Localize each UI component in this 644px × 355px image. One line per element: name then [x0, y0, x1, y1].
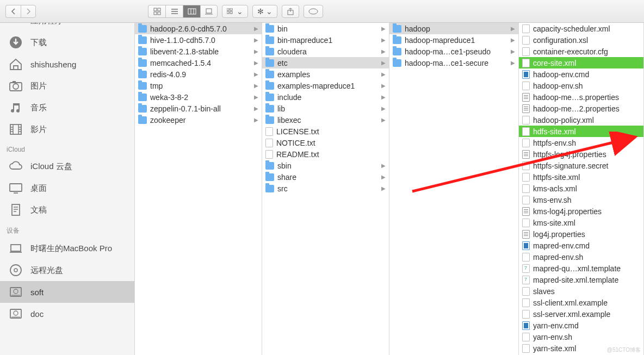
sidebar-item[interactable]: 桌面	[0, 177, 134, 199]
list-item[interactable]: bin▶	[262, 23, 389, 34]
list-item[interactable]: hadoop▶	[389, 23, 518, 34]
list-item[interactable]: hdfs-site.xml	[519, 126, 643, 137]
list-item[interactable]: include▶	[262, 91, 389, 103]
column-3[interactable]: hadoop▶hadoop-mapreduce1▶hadoop-ma…ce1-p…	[389, 23, 519, 355]
list-item[interactable]: kms-acls.xml	[519, 183, 643, 194]
list-item[interactable]: cloudera▶	[262, 46, 389, 57]
svg-rect-6	[227, 8, 229, 10]
list-item[interactable]: ssl-client.xml.example	[519, 297, 643, 308]
back-button[interactable]	[5, 5, 21, 18]
list-item[interactable]: hadoop-env.sh	[519, 80, 643, 91]
list-item[interactable]: mapred-env.cmd	[519, 240, 643, 251]
watermark: @51CTO博客	[607, 346, 641, 354]
list-item[interactable]: hadoop-env.cmd	[519, 68, 643, 80]
list-item[interactable]: hadoop-policy.xml	[519, 114, 643, 126]
sidebar-item[interactable]: shishusheng	[0, 53, 134, 75]
list-item[interactable]: mapred-site.xml.template	[519, 274, 643, 285]
list-item[interactable]: mapred-qu…xml.template	[519, 263, 643, 274]
list-item[interactable]: NOTICE.txt	[262, 137, 389, 148]
share-button[interactable]	[282, 5, 299, 18]
list-item[interactable]: hadoop-ma…ce1-secure▶	[389, 57, 518, 68]
list-item[interactable]: mapred-env.sh	[519, 251, 643, 263]
list-item[interactable]: memcached-1.5.4▶	[135, 57, 262, 68]
list-item[interactable]: tmp▶	[135, 80, 262, 91]
svg-rect-5	[206, 9, 212, 13]
list-item[interactable]: hadoop-2.6.0-cdh5.7.0▶	[135, 23, 262, 34]
list-item[interactable]: examples-mapreduce1▶	[262, 80, 389, 91]
sidebar-item[interactable]: doc	[0, 303, 134, 325]
list-item[interactable]: zeppelin-0.7.1-bin-all▶	[135, 103, 262, 114]
list-item[interactable]: hadoop-ma…ce1-pseudo▶	[389, 46, 518, 57]
list-item[interactable]: slaves	[519, 285, 643, 297]
sidebar-item[interactable]: 图片	[0, 75, 134, 97]
list-item[interactable]: bin-mapreduce1▶	[262, 34, 389, 46]
list-item[interactable]: httpfs-site.xml	[519, 171, 643, 183]
list-item[interactable]: httpfs-log4j.properties	[519, 148, 643, 160]
forward-button[interactable]	[21, 5, 36, 18]
sidebar-item-label: 音乐	[30, 103, 47, 113]
item-label: httpfs-site.xml	[533, 173, 640, 182]
chevron-right-icon: ▶	[511, 60, 515, 66]
list-item[interactable]: zookeeper▶	[135, 114, 262, 126]
list-item[interactable]: hadoop-me…2.properties	[519, 103, 643, 114]
list-item[interactable]: hadoop-mapreduce1▶	[389, 34, 518, 46]
tags-button[interactable]	[304, 5, 323, 18]
sidebar-item[interactable]: 文稿	[0, 199, 134, 221]
view-icons-button[interactable]	[148, 5, 165, 18]
sidebar-item[interactable]: 音乐	[0, 97, 134, 119]
column-4[interactable]: capacity-scheduler.xmlconfiguration.xslc…	[519, 23, 644, 355]
list-item[interactable]: yarn-env.sh	[519, 331, 643, 342]
sidebar-item[interactable]: 应用程序	[0, 23, 134, 32]
list-item[interactable]: README.txt	[262, 148, 389, 160]
sidebar-item[interactable]: 下载	[0, 32, 134, 53]
list-item[interactable]: configuration.xsl	[519, 34, 643, 46]
list-item[interactable]: httpfs-env.sh	[519, 137, 643, 148]
sidebar-item[interactable]: iCloud 云盘	[0, 155, 134, 177]
list-item[interactable]: sbin▶	[262, 160, 389, 171]
sidebar-item[interactable]: 时曙生的MacBook Pro	[0, 238, 134, 259]
list-item[interactable]: lib▶	[262, 103, 389, 114]
list-item[interactable]: httpfs-signature.secret	[519, 160, 643, 171]
file-icon	[522, 70, 530, 79]
list-item[interactable]: hadoop-me…s.properties	[519, 91, 643, 103]
file-icon	[522, 36, 530, 45]
list-item[interactable]: capacity-scheduler.xml	[519, 23, 643, 34]
list-item[interactable]: etc▶	[262, 57, 389, 68]
list-item[interactable]: kms-log4j.properties	[519, 205, 643, 217]
list-item[interactable]: src▶	[262, 183, 389, 194]
folder-icon	[138, 59, 147, 67]
view-gallery-button[interactable]	[200, 5, 218, 18]
column-2[interactable]: bin▶bin-mapreduce1▶cloudera▶etc▶examples…	[262, 23, 389, 355]
sidebar-item[interactable]: 影片	[0, 119, 134, 140]
sidebar-item[interactable]: soft	[0, 281, 134, 303]
list-item[interactable]: LICENSE.txt	[262, 126, 389, 137]
action-menu[interactable]: ✻⌄	[252, 5, 277, 18]
list-item[interactable]: weka-3-8-2▶	[135, 91, 262, 103]
list-item[interactable]: share▶	[262, 171, 389, 183]
view-list-button[interactable]	[165, 5, 183, 18]
sidebar-section-icloud: iCloud	[0, 140, 134, 155]
list-item[interactable]: redis-4.0.9▶	[135, 68, 262, 80]
list-item[interactable]: kms-site.xml	[519, 217, 643, 228]
sidebar-item[interactable]: 远程光盘	[0, 259, 134, 281]
list-item[interactable]: yarn-env.cmd	[519, 320, 643, 331]
item-label: examples	[277, 70, 378, 79]
list-item[interactable]: core-site.xml	[519, 57, 643, 68]
item-label: yarn-env.cmd	[533, 321, 640, 330]
list-item[interactable]: ssl-server.xml.example	[519, 308, 643, 320]
list-item[interactable]: libevent-2.1.8-stable▶	[135, 46, 262, 57]
sidebar-item-label: soft	[30, 288, 44, 297]
file-icon	[522, 24, 530, 33]
folder-icon	[138, 25, 147, 33]
arrange-menu[interactable]: ⌄	[222, 5, 248, 18]
view-columns-button[interactable]	[183, 5, 200, 18]
column-1[interactable]: hadoop-2.6.0-cdh5.7.0▶hive-1.1.0-cdh5.7.…	[135, 23, 262, 355]
list-item[interactable]: kms-env.sh	[519, 194, 643, 205]
list-item[interactable]: container-executor.cfg	[519, 46, 643, 57]
chevron-right-icon: ▶	[381, 163, 386, 169]
list-item[interactable]: libexec▶	[262, 114, 389, 126]
chevron-right-icon: ▶	[254, 26, 258, 32]
list-item[interactable]: hive-1.1.0-cdh5.7.0▶	[135, 34, 262, 46]
list-item[interactable]: examples▶	[262, 68, 389, 80]
list-item[interactable]: log4j.properties	[519, 228, 643, 240]
